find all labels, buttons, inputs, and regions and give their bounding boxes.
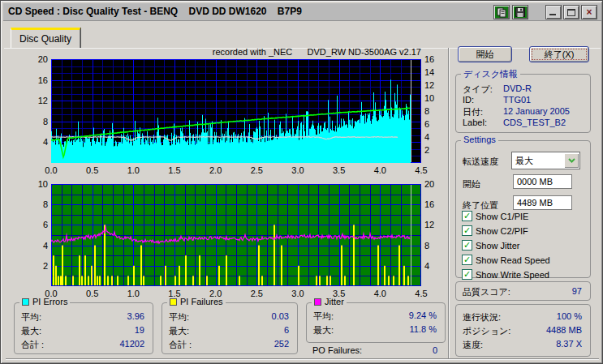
titlebar[interactable]: CD Speed : Disc Quality Test - BENQ DVD …: [3, 3, 601, 21]
settings-legend: Settings: [461, 135, 498, 144]
axis-tick-label: 8: [424, 241, 447, 251]
settings-box: Settings 転送速度 最大 開始 0000 MB 終了位置 4489 MB…: [455, 140, 591, 278]
axis-tick-label: 4: [424, 132, 447, 142]
checkbox-label: Show C2/PIF: [476, 226, 528, 236]
pi-errors-legend: PI Errors: [19, 297, 70, 306]
checkbox-label: Show Jitter: [476, 241, 519, 251]
axis-tick-label: 1.0: [121, 165, 145, 175]
axis-tick-label: 20: [424, 179, 447, 189]
disc-info-row: ID:TTG01: [456, 95, 590, 106]
maximize-icon: [567, 9, 575, 16]
checkbox-show-c1-pie[interactable]: ✓: [462, 211, 472, 221]
stat-row: 最大:11.8 %: [307, 324, 445, 336]
axis-tick-label: 3.0: [286, 289, 310, 298]
copy-to-clipboard-button[interactable]: [493, 5, 510, 19]
axis-tick-label: 1.0: [121, 289, 145, 298]
pi-failures-stats-box: PI Failures 平均:0.03 最大:6 合計 :252: [162, 302, 298, 354]
checkmark-icon: ✓: [463, 240, 471, 250]
panel-separator: [448, 48, 450, 358]
copy-icon: [497, 7, 506, 18]
exit-button[interactable]: 終了(X): [529, 46, 589, 62]
axis-tick-label: 1.5: [162, 165, 187, 175]
axis-tick-label: 2: [24, 261, 48, 271]
axis-tick-label: 4.5: [409, 289, 433, 298]
jitter-chart-canvas: [51, 184, 421, 286]
stat-row: 最大:19: [15, 325, 153, 336]
stat-row: 合計 :41202: [15, 339, 153, 350]
stat-row: 平均:9.24 %: [307, 310, 445, 322]
stat-row: 平均:0.03: [162, 311, 297, 323]
dropdown-button[interactable]: [564, 153, 579, 168]
quality-score-box: 品質スコア:97: [455, 281, 591, 301]
progress-box: 進行状況:100 % ポジション:4488 MB 速度:8.37 X: [455, 304, 591, 357]
jitter-legend: Jitter: [312, 297, 347, 306]
disc-info-row: Label:CDS_TEST_B2: [456, 118, 590, 129]
pi-failures-swatch-icon: [170, 298, 177, 306]
axis-tick-label: 0.0: [39, 165, 63, 175]
checkmark-icon: ✓: [463, 225, 471, 235]
axis-tick-label: 10: [424, 93, 447, 103]
bottom-divider: [6, 358, 599, 360]
axis-tick-label: 8: [24, 117, 48, 126]
axis-tick-label: 2.5: [244, 165, 269, 175]
disc-info-legend: ディスク情報: [461, 68, 520, 80]
axis-tick-label: 4.0: [368, 289, 392, 298]
recorded-with-note: recorded with _NEC DVD_RW ND-3500AG v2.1…: [178, 47, 421, 57]
axis-tick-label: 4: [24, 241, 48, 251]
end-position-label: 終了位置: [463, 199, 498, 212]
end-position-field[interactable]: 4489 MB: [513, 195, 572, 210]
axis-tick-label: 0.5: [80, 289, 105, 298]
checkbox-show-c2-pif[interactable]: ✓: [462, 225, 472, 236]
axis-tick-label: 12: [424, 80, 447, 90]
checkmark-icon: ✓: [463, 269, 471, 279]
checkbox-show-jitter[interactable]: ✓: [462, 240, 472, 251]
axis-tick-label: 16: [424, 54, 447, 64]
axis-tick-label: 16: [424, 199, 447, 209]
save-floppy-icon: [515, 7, 525, 17]
window-title: CD Speed : Disc Quality Test - BENQ DVD …: [8, 6, 302, 17]
tab-disc-quality[interactable]: Disc Quality: [11, 28, 80, 48]
axis-tick-label: 10: [24, 179, 48, 189]
start-position-label: 開始: [463, 178, 480, 191]
axis-tick-label: 8: [24, 199, 48, 209]
axis-tick-label: 14: [424, 67, 447, 77]
tab-label: Disc Quality: [11, 33, 80, 45]
axis-tick-label: 3.0: [286, 165, 310, 175]
axis-tick-label: 2: [424, 145, 447, 155]
progress-row: ポジション:4488 MB: [456, 325, 590, 336]
axis-tick-label: 4: [424, 261, 447, 271]
axis-tick-label: 6: [424, 119, 447, 129]
checkbox-show-read-speed[interactable]: ✓: [462, 255, 472, 265]
start-button[interactable]: 開始: [458, 46, 512, 62]
axis-tick-label: 6: [24, 220, 48, 229]
checkbox-show-write-speed[interactable]: ✓: [462, 269, 472, 280]
axis-tick-label: 4.5: [409, 165, 433, 175]
disc-info-row: タイプ:DVD-R: [456, 84, 590, 95]
checkbox-label: Show Write Speed: [476, 270, 549, 280]
axis-tick-label: 2.5: [244, 289, 269, 298]
axis-tick-label: 0.5: [80, 165, 105, 175]
pi-errors-chart-canvas: [51, 59, 421, 163]
stat-row: 合計 :252: [162, 339, 297, 350]
pi-failures-legend: PI Failures: [167, 297, 226, 306]
minimize-button[interactable]: [545, 5, 562, 19]
disc-info-row: 日付:12 January 2005: [456, 106, 590, 118]
axis-tick-label: 16: [24, 75, 48, 85]
progress-row: 速度:8.37 X: [456, 339, 590, 350]
start-position-field[interactable]: 0000 MB: [513, 174, 572, 189]
save-button[interactable]: [512, 5, 528, 19]
axis-tick-label: 20: [24, 54, 48, 64]
transfer-rate-label: 転送速度: [463, 156, 498, 168]
close-button[interactable]: ×: [581, 5, 597, 19]
axis-tick-label: 12: [24, 96, 48, 105]
minimize-icon: [549, 14, 556, 15]
stat-row: 平均:3.96: [15, 311, 153, 323]
checkmark-icon: ✓: [463, 255, 471, 264]
pi-errors-swatch-icon: [22, 298, 29, 306]
maximize-button[interactable]: [563, 5, 579, 19]
transfer-rate-dropdown[interactable]: 最大: [511, 152, 580, 169]
axis-tick-label: 8: [424, 106, 447, 116]
checkbox-label: Show Read Speed: [476, 255, 550, 265]
quality-score-row: 品質スコア:97: [456, 286, 590, 298]
stat-row: 最大:6: [162, 325, 297, 336]
